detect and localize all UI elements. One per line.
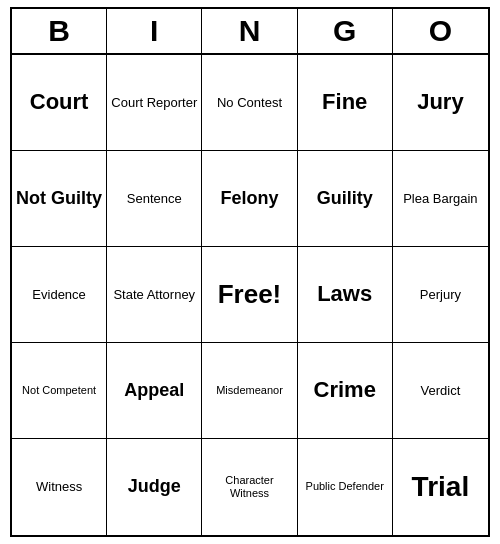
header-letter-o: O <box>393 9 488 53</box>
bingo-cell-5: Not Guilty <box>12 151 107 247</box>
bingo-cell-2: No Contest <box>202 55 297 151</box>
bingo-cell-10: Evidence <box>12 247 107 343</box>
bingo-cell-4: Jury <box>393 55 488 151</box>
bingo-cell-14: Perjury <box>393 247 488 343</box>
bingo-cell-16: Appeal <box>107 343 202 439</box>
header-letter-i: I <box>107 9 202 53</box>
bingo-cell-24: Trial <box>393 439 488 535</box>
bingo-cell-22: Character Witness <box>202 439 297 535</box>
bingo-cell-18: Crime <box>298 343 393 439</box>
bingo-cell-17: Misdemeanor <box>202 343 297 439</box>
header-letter-n: N <box>202 9 297 53</box>
bingo-cell-12: Free! <box>202 247 297 343</box>
bingo-cell-8: Guility <box>298 151 393 247</box>
bingo-cell-7: Felony <box>202 151 297 247</box>
bingo-cell-15: Not Competent <box>12 343 107 439</box>
bingo-cell-0: Court <box>12 55 107 151</box>
bingo-cell-20: Witness <box>12 439 107 535</box>
header-letter-b: B <box>12 9 107 53</box>
bingo-cell-13: Laws <box>298 247 393 343</box>
bingo-grid: CourtCourt ReporterNo ContestFineJuryNot… <box>12 55 488 535</box>
bingo-card: BINGO CourtCourt ReporterNo ContestFineJ… <box>10 7 490 537</box>
bingo-cell-6: Sentence <box>107 151 202 247</box>
bingo-cell-11: State Attorney <box>107 247 202 343</box>
bingo-cell-19: Verdict <box>393 343 488 439</box>
bingo-cell-1: Court Reporter <box>107 55 202 151</box>
bingo-cell-21: Judge <box>107 439 202 535</box>
bingo-header: BINGO <box>12 9 488 55</box>
header-letter-g: G <box>298 9 393 53</box>
bingo-cell-9: Plea Bargain <box>393 151 488 247</box>
bingo-cell-23: Public Defender <box>298 439 393 535</box>
bingo-cell-3: Fine <box>298 55 393 151</box>
